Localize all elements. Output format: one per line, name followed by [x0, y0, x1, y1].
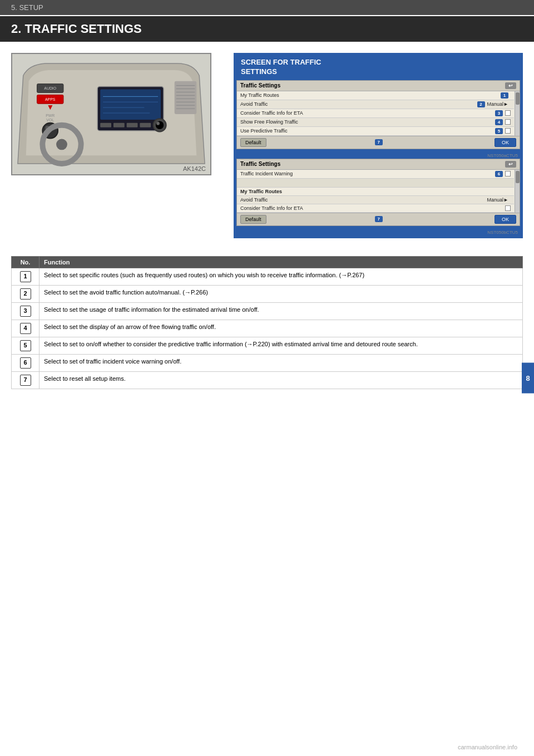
function-table-section: No. Function 1Select to set specific rou… — [0, 256, 534, 406]
function-table: No. Function 1Select to set specific rou… — [11, 256, 523, 389]
ts-checkbox-3[interactable] — [505, 110, 511, 116]
ts-row-2[interactable]: Avoid Traffic 2 Manual► — [237, 100, 514, 109]
svg-text:VOL: VOL — [46, 118, 54, 122]
ts-scrollbar-thumb-2 — [516, 171, 520, 183]
ts-row-3[interactable]: Consider Traffic Info for ETA 3 — [237, 109, 514, 118]
table-row: 2Select to set the avoid traffic functio… — [12, 285, 523, 302]
svg-point-12 — [155, 121, 164, 130]
ts-header-1: Traffic Settings ↩ — [237, 81, 520, 91]
table-cell-function: Select to set the avoid traffic function… — [39, 285, 523, 302]
svg-rect-2 — [100, 90, 161, 120]
ts-footer-2: Default 7 OK — [237, 213, 520, 225]
ts-row-1[interactable]: My Traffic Routes 1 — [237, 91, 514, 100]
ts-ok-btn-2[interactable]: OK — [495, 215, 516, 224]
ts-back-btn-1[interactable]: ↩ — [505, 82, 516, 89]
table-cell-no: 1 — [12, 268, 39, 285]
row-number: 5 — [20, 340, 31, 351]
svg-rect-9 — [127, 123, 138, 127]
table-cell-no: 2 — [12, 285, 39, 302]
page-title: 2. TRAFFIC SETTINGS — [0, 16, 534, 42]
ts-ok-btn-1[interactable]: OK — [495, 138, 516, 147]
svg-text:▼: ▼ — [46, 102, 54, 111]
ts-rows-2: Traffic Incident Warning 6 My Traffic Ro… — [237, 170, 520, 213]
row-number: 2 — [20, 288, 31, 300]
ts-spacer — [237, 179, 514, 188]
table-cell-function: Select to set of traffic incident voice … — [39, 354, 523, 371]
ts-row-my-routes[interactable]: My Traffic Routes — [237, 188, 514, 196]
ts-row-6[interactable]: Traffic Incident Warning 6 — [237, 170, 514, 179]
ts-footer-1: Default 7 OK — [237, 136, 520, 149]
ts-default-btn-1[interactable]: Default — [240, 138, 266, 147]
ts-scrollbar-thumb-1 — [516, 92, 520, 105]
col-header-function: Function — [39, 256, 523, 268]
ts-default-btn-2[interactable]: Default — [240, 215, 266, 224]
row-number: 6 — [20, 357, 31, 369]
table-row: 1Select to set specific routes (such as … — [12, 268, 523, 285]
ts-back-btn-2[interactable]: ↩ — [505, 161, 516, 168]
svg-text:PWR: PWR — [46, 114, 55, 117]
svg-rect-8 — [113, 123, 125, 127]
table-row: 4Select to set the display of an arrow o… — [12, 320, 523, 337]
col-header-no: No. — [12, 256, 39, 268]
svg-text:AUDIO: AUDIO — [44, 86, 57, 90]
svg-text:APPS: APPS — [45, 97, 56, 101]
ts-scrollbar-2[interactable] — [515, 170, 520, 213]
ts-scrollbar-1[interactable] — [515, 91, 520, 136]
table-cell-no: 4 — [12, 320, 39, 337]
car-image: AUDIO APPS ▼ PWR VOL — [11, 53, 211, 175]
right-panel: SCREEN FOR TRAFFICSETTINGS Traffic Setti… — [234, 53, 523, 245]
section-label: 5. SETUP — [0, 0, 534, 15]
table-cell-no: 3 — [12, 302, 39, 320]
svg-rect-10 — [140, 123, 151, 127]
table-cell-function: Select to set the display of an arrow of… — [39, 320, 523, 337]
traffic-screen-1: Traffic Settings ↩ My Traffic Routes 1 A… — [236, 80, 520, 159]
ts-header-2: Traffic Settings ↩ — [237, 159, 520, 170]
row-number: 7 — [20, 375, 31, 386]
ts-checkbox-eta-2[interactable] — [505, 205, 511, 211]
table-row: 5Select to set to on/off whether to cons… — [12, 337, 523, 354]
ts-row-4[interactable]: Show Free Flowing Traffic 4 — [237, 118, 514, 127]
ts-screen-mockup-1: Traffic Settings ↩ My Traffic Routes 1 A… — [236, 80, 520, 149]
traffic-screen-2: Traffic Settings ↩ Traffic Incident Warn… — [236, 159, 520, 235]
section-text: 5. SETUP — [11, 3, 43, 12]
screen-box-title: SCREEN FOR TRAFFICSETTINGS — [236, 56, 520, 80]
svg-point-13 — [156, 122, 160, 125]
table-cell-function: Select to reset all setup items. — [39, 371, 523, 389]
ts-image-label-1: NST050aCTU5 — [236, 153, 520, 159]
ts-checkbox-6[interactable] — [505, 171, 511, 176]
row-number: 1 — [20, 271, 31, 282]
ts-rows-1: My Traffic Routes 1 Avoid Traffic 2 Manu… — [237, 91, 520, 136]
ts-row-5[interactable]: Use Predictive Traffic 5 — [237, 127, 514, 136]
ts-checkbox-4[interactable] — [505, 119, 511, 125]
ts-checkbox-5[interactable] — [505, 128, 511, 134]
table-row: 6Select to set of traffic incident voice… — [12, 354, 523, 371]
ts-row-consider[interactable]: Consider Traffic Info for ETA — [237, 204, 514, 213]
table-cell-function: Select to set specific routes (such as f… — [39, 268, 523, 285]
watermark: carmanualsonline.info — [458, 744, 517, 750]
screen-for-traffic-box: SCREEN FOR TRAFFICSETTINGS Traffic Setti… — [234, 53, 523, 238]
table-cell-no: 5 — [12, 337, 39, 354]
table-row: 3Select to set the usage of traffic info… — [12, 302, 523, 320]
svg-rect-25 — [175, 81, 197, 114]
ts-image-label-2: NST050bCTU5 — [236, 229, 520, 235]
table-cell-no: 6 — [12, 354, 39, 371]
table-row: 7Select to reset all setup items. — [12, 371, 523, 389]
table-cell-no: 7 — [12, 371, 39, 389]
table-cell-function: Select to set to on/off whether to consi… — [39, 337, 523, 354]
row-number: 3 — [20, 306, 31, 317]
svg-rect-7 — [100, 123, 111, 127]
svg-point-24 — [56, 139, 67, 150]
page-number-tab: 8 — [522, 363, 534, 394]
left-panel: AUDIO APPS ▼ PWR VOL — [11, 53, 222, 245]
ts-row-avoid[interactable]: Avoid Traffic Manual► — [237, 196, 514, 204]
ts-screen-mockup-2: Traffic Settings ↩ Traffic Incident Warn… — [236, 159, 520, 226]
row-number: 4 — [20, 323, 31, 334]
car-image-label: AK142C — [183, 165, 206, 172]
table-cell-function: Select to set the usage of traffic infor… — [39, 302, 523, 320]
